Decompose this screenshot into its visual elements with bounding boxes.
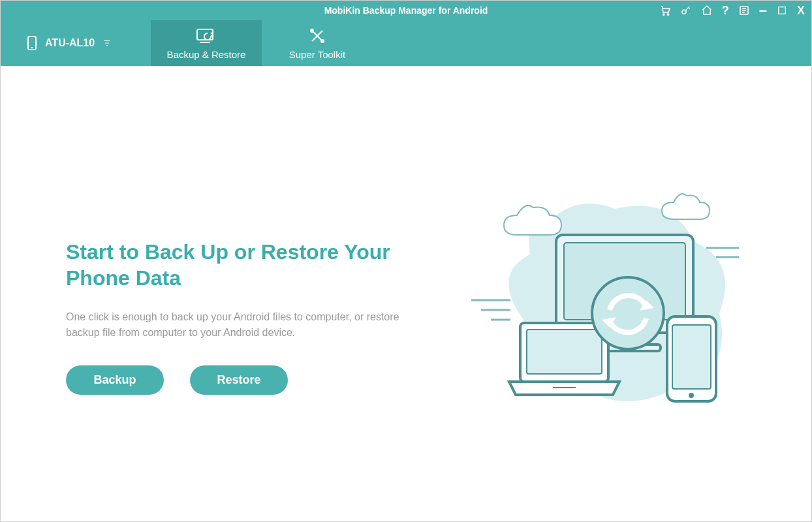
navbar: ATU-AL10 Backup & Restore Super Toolkit bbox=[1, 20, 811, 66]
tab-label: Backup & Restore bbox=[167, 49, 246, 60]
help-icon[interactable]: ? bbox=[722, 4, 729, 18]
app-title: MobiKin Backup Manager for Android bbox=[324, 5, 488, 16]
svg-rect-4 bbox=[779, 7, 786, 14]
maximize-icon[interactable] bbox=[776, 5, 788, 16]
left-panel: Start to Back Up or Restore Your Phone D… bbox=[66, 206, 431, 395]
feedback-icon[interactable] bbox=[738, 5, 750, 16]
device-selector[interactable]: ATU-AL10 bbox=[1, 20, 151, 66]
svg-rect-23 bbox=[672, 325, 711, 389]
tab-backup-restore[interactable]: Backup & Restore bbox=[151, 20, 262, 66]
svg-rect-20 bbox=[527, 330, 602, 374]
device-name: ATU-AL10 bbox=[45, 37, 95, 49]
svg-point-2 bbox=[682, 10, 686, 14]
svg-point-24 bbox=[689, 393, 694, 398]
main-heading: Start to Back Up or Restore Your Phone D… bbox=[66, 239, 405, 291]
backup-button[interactable]: Backup bbox=[66, 365, 164, 395]
tab-label: Super Toolkit bbox=[289, 49, 345, 60]
svg-point-8 bbox=[311, 29, 313, 32]
svg-point-0 bbox=[663, 14, 664, 15]
close-icon[interactable]: X bbox=[797, 4, 805, 18]
svg-point-9 bbox=[321, 40, 324, 42]
key-icon[interactable] bbox=[680, 5, 692, 16]
main-description: One click is enough to back up your Andr… bbox=[66, 309, 405, 341]
title-controls: ? – X bbox=[659, 1, 805, 20]
nav-tabs: Backup & Restore Super Toolkit bbox=[151, 20, 373, 66]
backup-restore-icon bbox=[193, 27, 219, 45]
illustration-panel bbox=[431, 176, 772, 424]
minimize-icon[interactable]: – bbox=[759, 7, 767, 14]
cart-icon[interactable] bbox=[659, 5, 671, 16]
phone-icon bbox=[27, 35, 37, 51]
main-content: Start to Back Up or Restore Your Phone D… bbox=[1, 66, 811, 521]
dropdown-icon bbox=[102, 38, 112, 48]
app-window: MobiKin Backup Manager for Android ? – X bbox=[0, 0, 812, 522]
tab-super-toolkit[interactable]: Super Toolkit bbox=[262, 20, 373, 66]
svg-point-25 bbox=[592, 277, 664, 349]
titlebar: MobiKin Backup Manager for Android ? – X bbox=[1, 1, 811, 20]
svg-point-1 bbox=[667, 14, 668, 15]
action-buttons: Backup Restore bbox=[66, 365, 431, 395]
restore-button[interactable]: Restore bbox=[190, 365, 288, 395]
home-icon[interactable] bbox=[701, 5, 713, 16]
toolkit-icon bbox=[308, 27, 326, 45]
devices-sync-illustration bbox=[458, 176, 745, 424]
